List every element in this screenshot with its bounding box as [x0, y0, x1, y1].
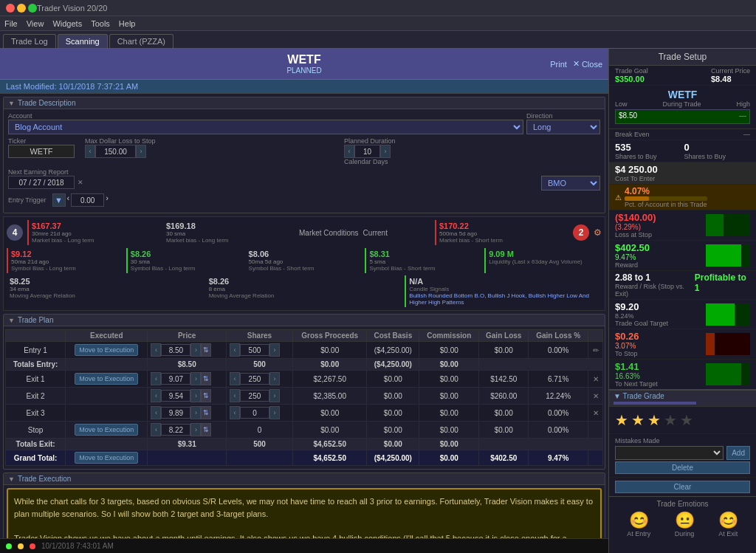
main-scrollable[interactable]: ▼ Trade Description Account Blog Account… [0, 94, 608, 538]
minimize-window-btn[interactable] [17, 4, 26, 13]
tgt-inner: $9.20 8.24% Trade Goal Target [615, 301, 750, 327]
exit-3-gross: $0.00 [293, 405, 367, 422]
tab-chart[interactable]: Chart (PZZA) [109, 34, 173, 48]
menu-file[interactable]: File [4, 19, 18, 28]
entry-1-price-dec[interactable]: ‹ [151, 343, 161, 357]
earnings-clear-btn[interactable]: ✕ [78, 179, 83, 186]
menu-help[interactable]: Help [119, 19, 136, 28]
menu-view[interactable]: View [27, 19, 44, 28]
collapse-arrow[interactable]: ▼ [8, 100, 15, 107]
execution-arrow[interactable]: ▼ [8, 475, 15, 483]
entry-1-price-inc[interactable]: › [190, 343, 201, 357]
exit-2-price-dec[interactable]: ‹ [151, 389, 161, 402]
close-trade-btn[interactable]: ✕ Close [573, 59, 602, 69]
entry-1-shares-input[interactable] [240, 344, 269, 356]
exit-3-price-inc[interactable]: › [190, 406, 201, 419]
emotion-exit-face[interactable]: 😊 [718, 511, 738, 530]
star-1[interactable]: ★ [615, 411, 628, 429]
duration-input[interactable] [354, 145, 380, 158]
exit-3-shares-input[interactable] [240, 407, 269, 419]
emotion-during-face[interactable]: 😐 [675, 511, 695, 530]
stop-price-inc[interactable]: › [190, 423, 201, 436]
to-next-label: To Next Target [615, 380, 658, 388]
window-controls[interactable] [6, 4, 37, 13]
exit-2-price-input[interactable] [161, 390, 190, 402]
shares-to-buy-lbl: Shares to Buy [615, 153, 681, 160]
exit-2-shares-input[interactable] [240, 390, 269, 402]
exit-1-move-btn[interactable]: Move to Execution [75, 373, 138, 385]
duration-decrement[interactable]: ‹ [344, 145, 354, 158]
exit-3-price-dec[interactable]: ‹ [151, 406, 161, 419]
exit-2-shares-dec[interactable]: ‹ [230, 389, 240, 402]
exit-1-price-extra[interactable]: ⇅ [201, 372, 211, 385]
direction-select[interactable]: Long [526, 120, 600, 134]
entry-1-move-btn[interactable]: Move to Execution [75, 344, 138, 356]
trade-header: WETF PLANNED Print ✕ Close [0, 49, 608, 80]
ma-sub1-1: 34 ema [10, 286, 201, 292]
exit-2-shares-inc[interactable]: › [269, 389, 280, 402]
exit-1-shares-dec[interactable]: ‹ [230, 372, 240, 385]
add-mistake-btn[interactable]: Add [726, 446, 750, 460]
max-loss-input[interactable] [95, 145, 136, 158]
exit-1-price-inc[interactable]: › [190, 372, 201, 385]
exit-2-price-extra[interactable]: ⇅ [201, 389, 211, 402]
earnings-type-select[interactable]: BMO [541, 176, 600, 190]
entry-1-shares-dec[interactable]: ‹ [230, 343, 240, 357]
exit-3-shares-inc[interactable]: › [269, 406, 280, 419]
menu-widgets[interactable]: Widgets [52, 19, 82, 28]
entry-1-shares-inc[interactable]: › [269, 343, 280, 357]
exit-3-price-input[interactable] [161, 407, 190, 419]
close-window-btn[interactable] [6, 4, 15, 13]
exit-1-shares-input[interactable] [240, 373, 269, 385]
delete-mistake-btn[interactable]: Delete [615, 461, 750, 474]
earnings-date-input[interactable] [8, 176, 75, 189]
ticker-input[interactable] [8, 145, 75, 158]
exit-2-price-inc[interactable]: › [190, 389, 201, 402]
symbol-item-4: $8.31 5 sma Symbol Bias - Short term [365, 248, 482, 273]
right-scrollable[interactable]: Trade Goal $350.00 Current Price $8.48 W… [609, 66, 756, 553]
star-2[interactable]: ★ [631, 411, 645, 429]
account-select[interactable]: Blog Account [8, 120, 523, 134]
tab-trade-log[interactable]: Trade Log [3, 34, 56, 48]
trade-goal-value: $350.00 [615, 75, 648, 83]
exit-1-price-dec[interactable]: ‹ [151, 372, 161, 385]
market-sub2-3: Market bias - Short term [439, 237, 566, 244]
duration-increment[interactable]: › [380, 145, 391, 158]
entry-1-price-input[interactable] [161, 344, 190, 356]
mistakes-select[interactable] [615, 446, 724, 460]
trigger-input[interactable] [71, 193, 104, 207]
clear-btn[interactable]: Clear [615, 481, 750, 493]
star-4[interactable]: ★ [664, 411, 677, 429]
star-5[interactable]: ★ [680, 411, 693, 429]
exit-3-delete-icon[interactable]: ✕ [593, 409, 599, 417]
stop-price-dec[interactable]: ‹ [151, 423, 161, 436]
trigger-increment[interactable]: › [106, 193, 109, 207]
clear-row: Clear [609, 478, 756, 497]
exit-2-delete-icon[interactable]: ✕ [593, 392, 599, 400]
trigger-decrement[interactable]: ‹ [67, 193, 70, 207]
max-loss-decrement[interactable]: ‹ [85, 145, 95, 158]
exit-3-price-extra[interactable]: ⇅ [201, 406, 211, 419]
trade-plan-arrow[interactable]: ▼ [8, 317, 15, 324]
stop-move-btn[interactable]: Move to Execution [75, 424, 138, 436]
menu-tools[interactable]: Tools [91, 19, 110, 28]
grand-total-move-btn[interactable]: Move to Execution [75, 452, 138, 464]
entry-1-edit-icon[interactable]: ✏ [593, 346, 599, 354]
stop-price-extra[interactable]: ⇅ [201, 423, 211, 436]
exit-3-shares-dec[interactable]: ‹ [230, 406, 240, 419]
entry-1-price-extra[interactable]: ⇅ [201, 343, 211, 357]
print-btn[interactable]: Print [550, 60, 567, 69]
exit-1-delete-icon[interactable]: ✕ [593, 375, 599, 383]
trigger-btn[interactable]: ▼ [52, 193, 66, 207]
stop-price-input[interactable] [161, 424, 190, 436]
grade-arrow[interactable]: ▼ [614, 392, 621, 400]
emotion-entry-face[interactable]: 😊 [629, 511, 649, 530]
tab-scanning[interactable]: Scanning [58, 34, 108, 48]
market-settings-btn[interactable]: ⚙ [594, 227, 602, 238]
maximize-window-btn[interactable] [28, 4, 37, 13]
max-loss-increment[interactable]: › [136, 145, 146, 158]
stop-gross: $0.00 [293, 422, 367, 439]
star-3[interactable]: ★ [647, 411, 661, 429]
exit-1-price-input[interactable] [161, 373, 190, 385]
exit-1-shares-inc[interactable]: › [269, 372, 280, 385]
